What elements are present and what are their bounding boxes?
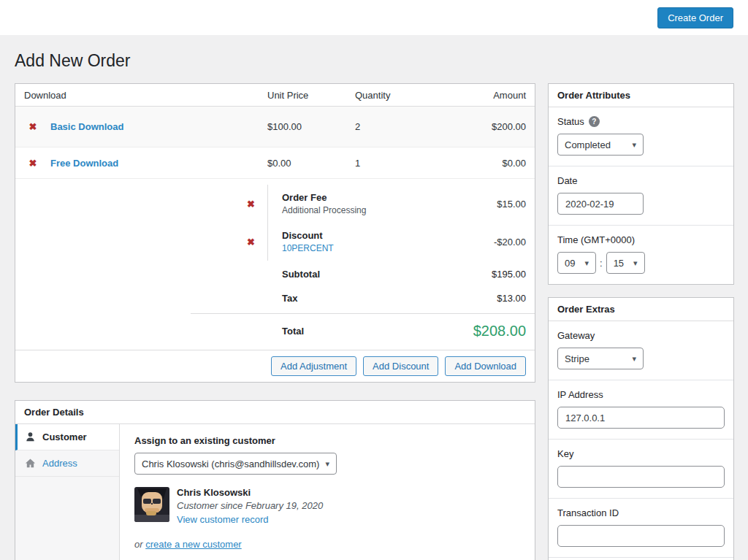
order-items-table-header: Download Unit Price Quantity Amount [15,84,535,107]
remove-adjustment-button[interactable]: ✖ [234,199,267,210]
customer-name: Chris Klosowski [177,487,323,498]
column-header-download: Download [15,90,267,101]
ip-address-section: IP Address [549,380,733,440]
table-row: ✖ Free Download $0.00 1 $0.00 [15,147,535,179]
ip-address-input[interactable] [557,407,725,429]
customer-avatar [134,487,169,522]
person-icon [25,431,36,442]
unit-price-value: $100.00 [267,121,355,132]
amount-value: $200.00 [443,121,535,132]
subtotal-label: Subtotal [282,269,320,280]
adjustment-label: Discount [282,230,425,241]
gateway-label: Gateway [557,330,595,341]
chevron-down-icon: ▾ [632,354,636,364]
time-separator: : [600,258,603,269]
customer-select-value: Chris Klosowski (chris@sandhillsdev.com) [142,459,319,469]
chevron-down-icon: ▾ [632,140,636,150]
column-header-quantity: Quantity [355,90,443,101]
adjustment-label: Order Fee [282,192,425,203]
date-label: Date [557,175,577,186]
page-title: Add New Order [15,35,733,72]
status-select[interactable]: Completed ▾ [557,134,644,156]
remove-item-button[interactable]: ✖ [15,158,50,169]
tax-value: $13.00 [497,293,526,304]
or-text: or [134,539,143,550]
transaction-id-input[interactable] [557,525,725,547]
time-section: Time (GMT+0000) 09 ▾ : 15 ▾ [549,226,733,284]
tab-address-label: Address [42,458,77,469]
download-link[interactable]: Basic Download [50,121,267,132]
unit-price-value: $0.00 [267,158,355,169]
add-discount-button[interactable]: Add Discount [363,356,438,376]
chevron-down-icon: ▾ [633,258,638,268]
gateway-select[interactable]: Stripe ▾ [557,348,644,369]
adjustment-amount: $15.00 [425,199,535,210]
order-attributes-title: Order Attributes [549,84,733,107]
key-label: Key [557,448,573,459]
order-details-title: Order Details [15,401,535,424]
gateway-section: Gateway Stripe ▾ [549,321,733,380]
create-order-button[interactable]: Create Order [657,7,733,28]
hour-value: 09 [565,258,575,269]
top-toolbar: Create Order [0,0,748,35]
quantity-value: 2 [355,121,443,132]
date-section: Date [549,166,733,226]
hour-select[interactable]: 09 ▾ [557,252,596,274]
date-input[interactable] [557,193,644,215]
quantity-value: 1 [355,158,443,169]
home-icon [25,458,36,469]
tax-label: Tax [282,293,297,304]
remove-item-button[interactable]: ✖ [15,121,50,132]
assign-customer-label: Assign to an existing customer [134,435,520,446]
transaction-id-label: Transaction ID [557,507,619,518]
minute-select[interactable]: 15 ▾ [606,252,645,274]
subtotal-row: Subtotal $195.00 [267,262,535,286]
customer-card: Chris Klosowski Customer since February … [134,487,520,525]
add-adjustment-button[interactable]: Add Adjustment [271,356,356,376]
adjustment-description: Additional Processing [282,205,425,215]
order-extras-panel: Order Extras Gateway Stripe ▾ IP Address… [548,297,734,560]
order-items-panel: Download Unit Price Quantity Amount ✖ Ba… [15,83,535,383]
order-details-tabs: Customer Address [15,424,120,560]
tax-row: Tax $13.00 [267,286,535,310]
key-section: Key [549,440,733,499]
subtotal-value: $195.00 [492,269,526,280]
total-value: $208.00 [473,323,526,340]
total-label: Total [282,326,304,337]
status-select-value: Completed [565,139,611,150]
order-extras-title: Order Extras [549,298,733,321]
adjustment-row: ✖ Discount 10PERCENT -$20.00 [15,223,535,261]
chevron-down-icon: ▾ [325,459,329,469]
tab-customer-label: Customer [42,431,87,442]
discount-code-link[interactable]: 10PERCENT [282,243,425,253]
download-link[interactable]: Free Download [50,158,267,169]
order-adjustments: ✖ Order Fee Additional Processing $15.00… [15,179,535,262]
key-input[interactable] [557,466,725,488]
tab-customer[interactable]: Customer [15,424,119,450]
order-attributes-panel: Order Attributes Status ? Completed ▾ Da… [548,83,734,285]
adjustment-row: ✖ Order Fee Additional Processing $15.00 [15,185,535,223]
help-icon[interactable]: ? [589,116,600,127]
amount-value: $0.00 [443,158,535,169]
admin-content: Add New Order Download Unit Price Quanti… [0,35,748,560]
total-row: Total $208.00 [267,314,535,350]
time-label: Time (GMT+0000) [557,234,635,245]
tab-address[interactable]: Address [15,450,119,477]
table-row: ✖ Basic Download $100.00 2 $200.00 [15,107,535,147]
column-header-unit-price: Unit Price [267,90,355,101]
view-customer-record-link[interactable]: View customer record [177,514,268,525]
create-new-customer-link[interactable]: create a new customer [145,539,242,550]
minute-value: 15 [614,258,624,269]
add-download-button[interactable]: Add Download [445,356,526,376]
gateway-select-value: Stripe [565,353,589,364]
ip-address-label: IP Address [557,389,603,400]
column-header-amount: Amount [443,90,535,101]
adjustment-amount: -$20.00 [425,237,535,248]
status-label: Status [557,116,584,127]
customer-since: Customer since February 19, 2020 [177,500,323,511]
remove-adjustment-button[interactable]: ✖ [234,237,267,248]
order-items-footer: Add Adjustment Add Discount Add Download [15,350,535,382]
transaction-id-section: Transaction ID [549,499,733,558]
order-details-panel: Order Details Customer Address Assig [15,400,535,560]
customer-select[interactable]: Chris Klosowski (chris@sandhillsdev.com)… [134,453,337,475]
